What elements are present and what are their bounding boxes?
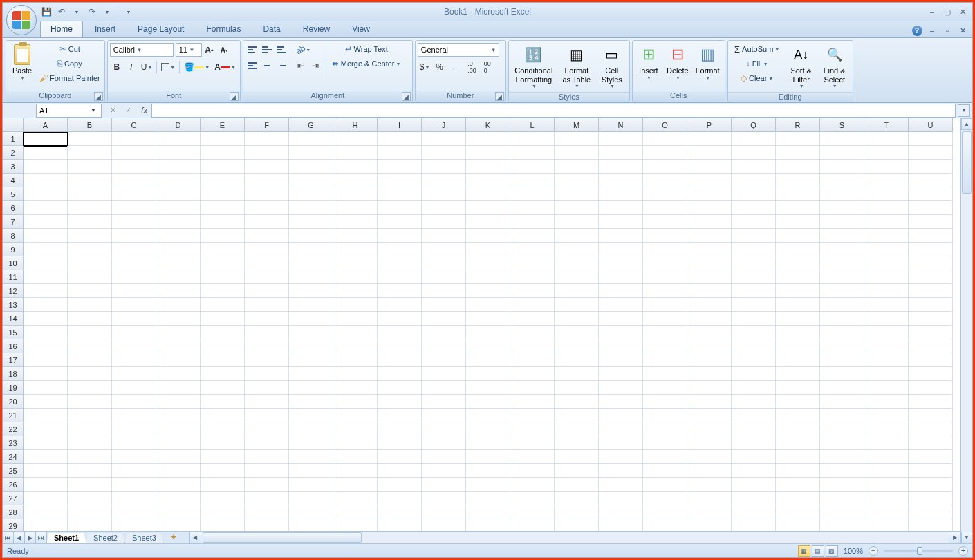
- cell-O7[interactable]: [643, 215, 687, 229]
- cell-P13[interactable]: [687, 298, 732, 312]
- cell-I9[interactable]: [378, 243, 422, 256]
- cell-A3[interactable]: [24, 160, 68, 174]
- cell-S10[interactable]: [820, 256, 864, 270]
- cell-L1[interactable]: [510, 132, 555, 146]
- decrease-indent-button[interactable]: ⇤: [294, 59, 308, 73]
- cell-P11[interactable]: [687, 270, 732, 284]
- row-header-23[interactable]: 23: [3, 436, 24, 450]
- cell-D25[interactable]: [156, 464, 201, 478]
- cell-P22[interactable]: [687, 422, 732, 436]
- cell-C4[interactable]: [112, 174, 156, 187]
- font-name-combo[interactable]: Calibri▼: [110, 43, 174, 57]
- cell-C17[interactable]: [112, 353, 156, 367]
- cell-Q8[interactable]: [732, 229, 776, 243]
- cell-E24[interactable]: [201, 450, 245, 464]
- tab-page-layout[interactable]: Page Layout: [127, 21, 194, 37]
- font-size-combo[interactable]: 11▼: [176, 43, 202, 57]
- cell-R23[interactable]: [776, 436, 820, 450]
- cell-P1[interactable]: [687, 132, 732, 146]
- align-middle-button[interactable]: [260, 43, 274, 57]
- cell-E22[interactable]: [201, 422, 245, 436]
- row-header-3[interactable]: 3: [3, 160, 24, 174]
- cell-B29[interactable]: [68, 519, 112, 531]
- cell-S13[interactable]: [820, 298, 864, 312]
- cell-I14[interactable]: [378, 312, 422, 326]
- cell-I10[interactable]: [378, 256, 422, 270]
- cell-O4[interactable]: [643, 174, 687, 187]
- tab-review[interactable]: Review: [292, 21, 340, 37]
- clipboard-dialog-launcher[interactable]: ◢: [94, 92, 103, 101]
- cell-G24[interactable]: [289, 450, 333, 464]
- cell-H11[interactable]: [333, 270, 378, 284]
- column-header-Q[interactable]: Q: [732, 118, 776, 132]
- cell-L10[interactable]: [510, 256, 555, 270]
- cell-U8[interactable]: [909, 229, 953, 243]
- cell-M10[interactable]: [555, 256, 599, 270]
- cell-B4[interactable]: [68, 174, 112, 187]
- cell-E4[interactable]: [201, 174, 245, 187]
- row-header-29[interactable]: 29: [3, 519, 24, 531]
- cell-H28[interactable]: [333, 505, 378, 519]
- cell-E3[interactable]: [201, 160, 245, 174]
- cell-P16[interactable]: [687, 339, 732, 353]
- cell-K16[interactable]: [466, 339, 510, 353]
- tab-formulas[interactable]: Formulas: [196, 21, 251, 37]
- cell-P4[interactable]: [687, 174, 732, 187]
- wrap-text-button[interactable]: ↵Wrap Text: [330, 42, 403, 56]
- cell-M5[interactable]: [555, 187, 599, 201]
- conditional-formatting-button[interactable]: 🔢 Conditional Formatting▼: [511, 42, 557, 91]
- cell-A2[interactable]: [24, 146, 68, 160]
- cell-M24[interactable]: [555, 450, 599, 464]
- cell-I3[interactable]: [378, 160, 422, 174]
- help-button[interactable]: ?: [911, 25, 922, 36]
- column-header-N[interactable]: N: [599, 118, 643, 132]
- cell-F21[interactable]: [245, 409, 289, 422]
- cell-B12[interactable]: [68, 284, 112, 298]
- cell-E28[interactable]: [201, 505, 245, 519]
- cell-R8[interactable]: [776, 229, 820, 243]
- cell-G22[interactable]: [289, 422, 333, 436]
- cell-S3[interactable]: [820, 160, 864, 174]
- cell-Q4[interactable]: [732, 174, 776, 187]
- cell-K9[interactable]: [466, 243, 510, 256]
- cell-E2[interactable]: [201, 146, 245, 160]
- cell-U4[interactable]: [909, 174, 953, 187]
- cell-C15[interactable]: [112, 326, 156, 339]
- cell-N12[interactable]: [599, 284, 643, 298]
- cell-L19[interactable]: [510, 381, 555, 395]
- row-header-16[interactable]: 16: [3, 339, 24, 353]
- cell-B17[interactable]: [68, 353, 112, 367]
- cell-H23[interactable]: [333, 436, 378, 450]
- office-button[interactable]: [6, 5, 37, 35]
- cell-C23[interactable]: [112, 436, 156, 450]
- cell-U12[interactable]: [909, 284, 953, 298]
- cell-E7[interactable]: [201, 215, 245, 229]
- cell-F20[interactable]: [245, 395, 289, 409]
- row-header-15[interactable]: 15: [3, 326, 24, 339]
- column-header-T[interactable]: T: [864, 118, 909, 132]
- font-dialog-launcher[interactable]: ◢: [230, 92, 239, 101]
- cell-H24[interactable]: [333, 450, 378, 464]
- maximize-button[interactable]: ▢: [940, 6, 954, 17]
- cell-I22[interactable]: [378, 422, 422, 436]
- cell-G25[interactable]: [289, 464, 333, 478]
- cell-M11[interactable]: [555, 270, 599, 284]
- cell-J29[interactable]: [422, 519, 466, 531]
- cell-Q18[interactable]: [732, 367, 776, 381]
- cell-N15[interactable]: [599, 326, 643, 339]
- cell-L3[interactable]: [510, 160, 555, 174]
- cell-B2[interactable]: [68, 146, 112, 160]
- cell-E26[interactable]: [201, 478, 245, 492]
- cell-A21[interactable]: [24, 409, 68, 422]
- cell-M17[interactable]: [555, 353, 599, 367]
- cell-T29[interactable]: [864, 519, 909, 531]
- cell-I23[interactable]: [378, 436, 422, 450]
- cell-L14[interactable]: [510, 312, 555, 326]
- cell-L27[interactable]: [510, 492, 555, 505]
- hscroll-thumb[interactable]: [203, 532, 362, 543]
- row-header-28[interactable]: 28: [3, 505, 24, 519]
- cell-F9[interactable]: [245, 243, 289, 256]
- cell-G4[interactable]: [289, 174, 333, 187]
- zoom-level[interactable]: 100%: [844, 547, 863, 555]
- cell-I28[interactable]: [378, 505, 422, 519]
